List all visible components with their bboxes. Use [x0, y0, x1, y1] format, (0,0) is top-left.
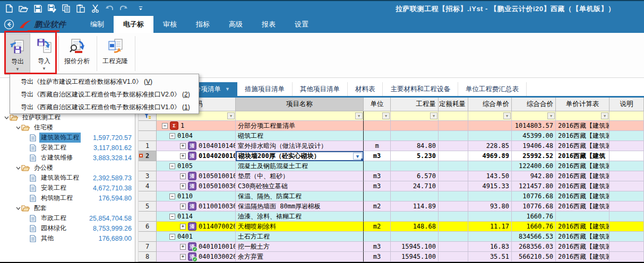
- price-calc-cell[interactable]: [556, 212, 609, 222]
- name-cell[interactable]: 混凝土及钢筋混凝土工程: [236, 161, 364, 171]
- filter-cell-unit[interactable]: ▼: [364, 111, 391, 121]
- column-header-unit[interactable]: 单位: [364, 98, 391, 111]
- quota-cell[interactable]: [439, 131, 468, 141]
- tree-item-构筑物工程[interactable]: 构筑物工程176,594.80: [0, 193, 135, 203]
- code-cell[interactable]: +清✓040103002001: [157, 252, 236, 262]
- quantity-cell[interactable]: 148.68: [391, 222, 439, 232]
- unit-price-cell[interactable]: [468, 232, 512, 242]
- filter-dropdown-button[interactable]: ▼: [227, 112, 235, 119]
- filter-cell-utotal[interactable]: ▼: [512, 111, 556, 121]
- unit-cell[interactable]: [364, 161, 391, 171]
- unit-price-cell[interactable]: 93.80: [468, 201, 512, 212]
- import-button[interactable]: 导入 ▼: [31, 33, 57, 75]
- grid-row[interactable]: 7+清✓040101001001挖一般土方m315945.10016.83268…: [139, 242, 644, 252]
- note-cell[interactable]: [609, 232, 644, 242]
- price-calc-cell[interactable]: 2016西藏【建筑装: [556, 161, 609, 171]
- menu-item-export-1[interactable]: 导出《拉萨市建设工程造价数据标准V1.0》 (V): [10, 75, 199, 88]
- price-calc-cell[interactable]: 2016西藏【建筑装: [556, 232, 609, 242]
- note-cell[interactable]: [609, 171, 644, 181]
- unit-price-cell[interactable]: [468, 191, 512, 201]
- grid-row[interactable]: −0114油漆、涂料、裱糊工程1660.76: [139, 212, 644, 222]
- expand-plus-icon[interactable]: +: [180, 143, 186, 149]
- total-price-cell[interactable]: 121457.80: [512, 181, 556, 191]
- column-header-note[interactable]: 说明: [609, 98, 644, 111]
- chevron-down-icon[interactable]: [15, 126, 21, 129]
- total-price-cell[interactable]: 10776.68: [512, 191, 556, 201]
- expand-plus-icon[interactable]: +: [180, 254, 186, 260]
- price-calc-cell[interactable]: 2016西藏【建筑: [556, 151, 609, 161]
- quota-cell[interactable]: [439, 191, 468, 201]
- quota-cell[interactable]: [439, 252, 468, 262]
- grid-row[interactable]: 3+清010501001001垫层（中、粗砂）m36.570143.50942.…: [139, 171, 644, 181]
- row-number-cell[interactable]: [139, 161, 157, 171]
- unit-cell[interactable]: m3: [364, 171, 391, 181]
- unit-price-cell[interactable]: [468, 161, 512, 171]
- unit-cell[interactable]: [364, 131, 391, 141]
- collapse-minus-icon[interactable]: −: [169, 214, 175, 220]
- grid-row[interactable]: −0105混凝土及钢筋混凝土工程122400.602016西藏【建筑装: [139, 161, 644, 171]
- name-cell[interactable]: 保温隔热墙面 80mm厚岩棉板: [236, 201, 364, 212]
- export-button[interactable]: 导出 ▼: [5, 33, 30, 75]
- note-cell[interactable]: [609, 212, 644, 222]
- code-cell[interactable]: −0104: [157, 131, 236, 141]
- quantity-cell[interactable]: 15945.100: [391, 242, 439, 252]
- total-price-cell[interactable]: 10776.68: [512, 201, 556, 212]
- ribbon-tab-高级[interactable]: 高级: [219, 16, 252, 33]
- unit-price-cell[interactable]: [468, 121, 512, 131]
- grid-row[interactable]: 2+清010402001001砌块墙200厚（砼实心砌块）▼m35.230496…: [139, 151, 644, 161]
- collapse-minus-icon[interactable]: −: [169, 133, 175, 139]
- filter-cell-calc[interactable]: ▼: [556, 111, 609, 121]
- quantity-cell[interactable]: [391, 232, 439, 242]
- total-price-cell[interactable]: 566210.50: [512, 252, 556, 262]
- grid-row[interactable]: −0401土石方工程834566.532016西藏【建筑装: [139, 232, 644, 242]
- quota-cell[interactable]: [439, 161, 468, 171]
- unit-price-cell[interactable]: 4969.89: [468, 151, 512, 161]
- back-button[interactable]: [0, 16, 18, 33]
- note-cell[interactable]: [609, 252, 644, 262]
- sheet-tab-材料表[interactable]: 材料表: [348, 82, 383, 96]
- expand-plus-icon[interactable]: +: [180, 153, 186, 159]
- unit-cell[interactable]: m3: [364, 252, 391, 262]
- menu-item-export-2[interactable]: 导出《西藏自治区建设工程造价电子数据标准接口V2.0》 (2): [10, 88, 199, 101]
- note-cell[interactable]: [609, 131, 644, 141]
- filter-dropdown-button[interactable]: ▼: [430, 112, 437, 119]
- total-price-cell[interactable]: 1014803.57: [512, 121, 556, 131]
- code-cell[interactable]: +清011407002001: [157, 222, 236, 232]
- unit-cell[interactable]: [364, 191, 391, 201]
- unit-cell[interactable]: m2: [364, 201, 391, 212]
- tab-dropdown-arrow-icon[interactable]: ▼: [225, 86, 230, 92]
- row-number-cell[interactable]: [139, 212, 157, 222]
- export-dropdown-arrow[interactable]: ▼: [15, 67, 20, 72]
- row-number-cell[interactable]: [139, 191, 157, 201]
- name-cell[interactable]: 砌块墙200厚（砼实心砌块）▼: [236, 151, 364, 161]
- filter-dropdown-button[interactable]: ▼: [547, 112, 555, 119]
- redo-icon[interactable]: [119, 4, 128, 13]
- unit-cell[interactable]: [364, 121, 391, 131]
- unit-price-cell[interactable]: 143.50: [468, 171, 512, 181]
- tree-item-园林绿化[interactable]: 园林绿化8,753,999.26: [0, 223, 135, 233]
- grid-row[interactable]: 1+清010401014001室外排水暗沟（做法详见设计）m84.80228.8…: [139, 141, 644, 151]
- code-cell[interactable]: −0105: [157, 161, 236, 171]
- grid-row[interactable]: −Σ1分部分项工程量清单1014803.572016西藏【建筑装: [139, 121, 644, 131]
- filter-cell-uprice[interactable]: ▼: [468, 111, 512, 121]
- grid-row[interactable]: 8+清✓040103002001余方弃置m315945.10035.515662…: [139, 252, 644, 262]
- price-calc-cell[interactable]: 2016西藏【建筑装: [556, 121, 609, 131]
- open-folder-icon[interactable]: [19, 4, 28, 13]
- total-price-cell[interactable]: 1660.76: [512, 222, 556, 232]
- tree-item-住宅楼[interactable]: 住宅楼: [0, 122, 135, 133]
- sheet-tab-其他项目清单[interactable]: 其他项目清单: [293, 82, 348, 96]
- code-cell[interactable]: −0110: [157, 191, 236, 201]
- filter-cell-note[interactable]: [609, 111, 644, 121]
- total-price-cell[interactable]: 834566.53: [512, 232, 556, 242]
- quota-cell[interactable]: [439, 141, 468, 151]
- save-icon[interactable]: [33, 4, 42, 13]
- unit-price-cell[interactable]: [468, 131, 512, 141]
- collapse-minus-icon[interactable]: −: [162, 123, 168, 129]
- row-number-cell[interactable]: [139, 121, 157, 131]
- cut-icon[interactable]: [90, 4, 100, 13]
- price-calc-cell[interactable]: 2016西藏【建筑装: [556, 201, 609, 212]
- collapse-minus-icon[interactable]: −: [169, 194, 175, 199]
- toolbar-options-icon[interactable]: [133, 4, 143, 13]
- copy-icon[interactable]: [62, 4, 71, 13]
- column-header-uprice[interactable]: 综合单价: [468, 98, 512, 111]
